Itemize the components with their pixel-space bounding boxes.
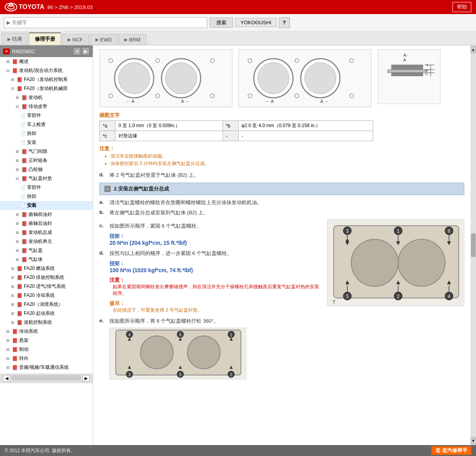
- sidebar-item-belt[interactable]: ⊟ 📕 传动皮带: [0, 102, 93, 111]
- gasket-svg-left: ← A A →: [103, 53, 220, 104]
- sidebar-item-parts[interactable]: 📄 零部件: [0, 111, 93, 120]
- yokogushi-button[interactable]: YOKOGUSHI: [235, 18, 277, 27]
- warning-box: 注意： 如果在紧固期间螺栓发出摩擦碰撞声，则在清洁并充分干燥螺栓孔和接触面后重复…: [110, 276, 323, 297]
- sidebar-item-timing[interactable]: ⊞ 📕 正时链条: [0, 156, 93, 165]
- svg-text:6: 6: [448, 228, 451, 234]
- breadcrumb: 86 > ZN6 > 2019.03: [47, 4, 93, 10]
- bolt-sequence-diagram-2: 4 6 1 3 5 2: [110, 328, 246, 379]
- svg-point-6: [165, 63, 197, 94]
- search-input[interactable]: [12, 20, 205, 25]
- sidebar-item-fa20-intake[interactable]: ⊞ 📕 FA20 进气/排气系统: [0, 282, 93, 291]
- book-icon: 📕: [12, 329, 18, 334]
- caption-val-b: φ2.0 至 4.0 mm（0.079 至 0.158 in.）: [238, 121, 373, 131]
- expand-icon: ⊞: [6, 365, 11, 370]
- search-bar: ▶ 搜索 YOKOGUSHI ?: [0, 14, 476, 31]
- sidebar-close-button[interactable]: ✕: [73, 47, 81, 55]
- sidebar-item-install[interactable]: 📄 安装: [0, 138, 93, 147]
- book-icon: 📕: [17, 266, 23, 271]
- gasket-left-diagram: ← A A →: [99, 49, 232, 107]
- sidebar-item-fa20-cooling[interactable]: ⊞ 📕 FA20 冷却系统: [0, 291, 93, 300]
- sidebar-header-btns: ✕ ▶: [73, 47, 90, 55]
- sidebar-item-gaishuo[interactable]: ⊞ 📕 概述: [0, 57, 93, 66]
- svg-text:1: 1: [230, 333, 232, 337]
- sidebar-item-av[interactable]: ⊞ 📕 音频/视频/车载通信系统: [0, 363, 93, 372]
- svg-point-18: [305, 63, 336, 94]
- expand-icon: ⊞: [11, 266, 16, 271]
- expand-icon: ⊞: [11, 77, 16, 82]
- sidebar-item-label: 拆卸: [27, 193, 36, 200]
- sidebar-item-fa20-starter[interactable]: ⊞ 📕 FA20 起动系统: [0, 309, 93, 318]
- step-c2-label: c.: [99, 223, 106, 228]
- sidebar-item-inspection[interactable]: 📄 车上检查: [0, 120, 93, 129]
- search-button[interactable]: 搜索: [210, 18, 233, 28]
- sidebar-item-gasket-parts[interactable]: 📄 零部件: [0, 183, 93, 192]
- sidebar-item-label: 发动机单元: [29, 238, 52, 245]
- sidebar-item-suspension[interactable]: ⊞ 📕 悬架: [0, 336, 93, 345]
- svg-text:3: 3: [346, 228, 349, 234]
- svg-point-16: [258, 63, 289, 94]
- sidebar-item-fa20-lube[interactable]: ⊞ 📕 FA20（润滑系统）: [0, 300, 93, 309]
- sidebar-item-fa20-fuel[interactable]: ⊞ 📕 FA20 燃油系统: [0, 264, 93, 273]
- svg-point-8: [156, 59, 160, 63]
- tab-repair-manual[interactable]: 修理手册: [29, 32, 61, 45]
- sidebar-item-cylinder-head[interactable]: ⊞ 📕 气缸盖: [0, 246, 93, 255]
- book-icon: 📕: [22, 221, 27, 226]
- sidebar-item-brake[interactable]: ⊞ 📕 制动: [0, 345, 93, 354]
- sidebar-item-fa20-mechanical[interactable]: ⊟ 📕 FA20（发动机机械部: [0, 84, 93, 93]
- sidebar-item-crank-front[interactable]: ⊞ 📕 曲轴前油封: [0, 210, 93, 219]
- help-button[interactable]: 帮助: [453, 2, 471, 12]
- sidebar-item-camshaft[interactable]: ⊞ 📕 凸轮轴: [0, 165, 93, 174]
- sidebar-item-label: FA20 起动系统: [24, 310, 55, 317]
- book-icon: 📕: [17, 293, 23, 298]
- sidebar-item-engine[interactable]: ⊞ 📕 发动机: [0, 93, 93, 102]
- sidebar-item-drivetrain[interactable]: ⊞ 📕 传动系统: [0, 327, 93, 336]
- sidebar-item-engine-unit[interactable]: ⊞ 📕 发动机单元: [0, 237, 93, 246]
- scroll-down-button[interactable]: ▼: [471, 437, 476, 444]
- sidebar-expand-button[interactable]: ▶: [82, 47, 90, 55]
- expand-icon: ⊞: [6, 356, 11, 361]
- sidebar-item-gasket-removal[interactable]: 📄 拆卸: [0, 192, 93, 201]
- page-icon: 📄: [20, 122, 26, 127]
- sidebar-item-gasket-install[interactable]: 📄 安装: [0, 201, 93, 210]
- svg-rect-30: [388, 70, 427, 73]
- sidebar-item-label: 巡航控制系统: [24, 319, 52, 326]
- expand-icon: ⊞: [16, 149, 20, 154]
- book-icon: 📕: [17, 86, 23, 92]
- sidebar-scroll-right[interactable]: ▶: [83, 375, 90, 382]
- expand-icon: ⊞: [16, 158, 20, 163]
- scroll-up-button[interactable]: ▲: [471, 46, 476, 53]
- sidebar-item-engine-hybrid[interactable]: ⊟ 📕 发动机/混合动力系统: [0, 66, 93, 75]
- scroll-thumb[interactable]: [471, 233, 476, 257]
- tab-brm[interactable]: ▶ BRM: [119, 34, 146, 45]
- book-icon: 📕: [12, 347, 18, 352]
- question-button[interactable]: ?: [279, 17, 290, 28]
- warning-text: 如果在紧固期间螺栓发出摩擦碰撞声，则在清洁并充分干燥螺栓孔和接触面后重复气缸盖衬…: [113, 284, 323, 297]
- sidebar-item-gasket[interactable]: ⊟ 📕 气缸盖衬垫: [0, 174, 93, 183]
- svg-point-41: [351, 239, 398, 286]
- sidebar-item-steering[interactable]: ⊞ 📕 转向: [0, 354, 93, 363]
- tab-ewd[interactable]: ▶ EWD: [90, 34, 118, 45]
- page-icon: 📄: [20, 194, 26, 199]
- sidebar-item-crank-rear[interactable]: ⊞ 📕 曲轴后油封: [0, 219, 93, 228]
- expand-icon: ⊞: [6, 338, 11, 343]
- sidebar: ✕ RM2090C ✕ ▶ ⊞ 📕 概述 ⊟ 📕 发动机/混合动力系统 ⊞ 📕 …: [0, 45, 93, 445]
- sidebar-item-engine-assy[interactable]: ⊞ 📕 发动机总成: [0, 228, 93, 237]
- sidebar-item-label: 发动机/混合动力系统: [19, 67, 63, 74]
- tab-results[interactable]: ▶ 结果: [2, 33, 28, 45]
- sidebar-item-fa20-emission[interactable]: ⊞ 📕 FA20 排放控制系统: [0, 273, 93, 282]
- sidebar-item-label: 曲轴后油封: [29, 220, 52, 227]
- step-a2: a. 清洁气缸盖螺栓的螺纹并在垫圈和螺栓螺纹上充分涂抹发动机机油。: [99, 199, 464, 206]
- sidebar-scroll-left[interactable]: ◀: [3, 375, 10, 382]
- book-icon: 📕: [12, 59, 18, 65]
- book-icon: 📕: [17, 302, 23, 307]
- sidebar-item-fa20-control[interactable]: ⊞ 📕 FA20（发动机控制系: [0, 75, 93, 84]
- bolt-sequence-svg: 3 1 6 5 2 4: [328, 220, 465, 306]
- sidebar-item-cylinder-block[interactable]: ⊞ 📕 气缸体: [0, 255, 93, 264]
- sidebar-item-valve[interactable]: ⊞ 📕 气门间隙: [0, 147, 93, 156]
- sidebar-item-removal[interactable]: 📄 拆卸: [0, 129, 93, 138]
- svg-point-19: [248, 59, 252, 63]
- tab-ncf[interactable]: ▶ NCF: [62, 34, 89, 45]
- svg-text:*b: *b: [425, 68, 428, 72]
- right-scrollbar[interactable]: ▲ ▼: [471, 45, 476, 445]
- sidebar-item-cruise[interactable]: ⊞ 📕 巡航控制系统: [0, 318, 93, 327]
